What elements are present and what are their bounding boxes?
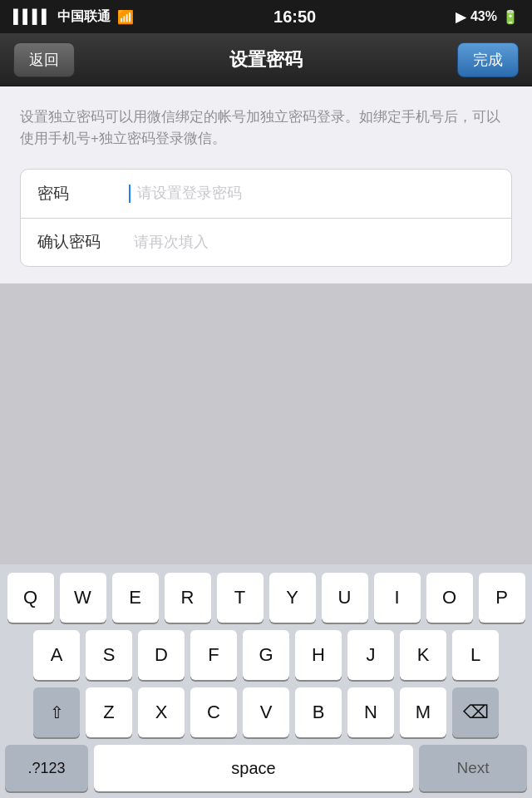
key-k[interactable]: K [400,630,446,680]
confirm-label: 确认密码 [37,231,129,253]
back-button[interactable]: 返回 [13,42,75,77]
key-o[interactable]: O [426,573,473,623]
key-p[interactable]: P [479,573,525,623]
key-v[interactable]: V [243,687,289,737]
key-h[interactable]: H [295,630,342,680]
status-left: ▌▌▌▌ 中国联通 📶 [13,8,134,26]
keyboard: Q W E R T Y U I O P A S D F G H J K L ⇧ [0,564,532,798]
password-input[interactable] [132,185,495,202]
key-123[interactable]: .?123 [5,745,88,791]
key-b[interactable]: B [295,687,342,737]
key-t[interactable]: T [217,573,264,623]
key-a[interactable]: A [33,630,80,680]
key-n[interactable]: N [347,687,394,737]
key-q[interactable]: Q [7,573,54,623]
key-s[interactable]: S [86,630,132,680]
key-l[interactable]: L [452,630,499,680]
keyboard-rows: Q W E R T Y U I O P A S D F G H J K L ⇧ [0,564,532,737]
delete-icon: ⌫ [463,702,489,723]
key-u[interactable]: U [322,573,368,623]
key-r[interactable]: R [165,573,211,623]
form-card: 密码 确认密码 [20,169,512,267]
keyboard-bottom-row: .?123 space Next [0,745,532,798]
description-text: 设置独立密码可以用微信绑定的帐号加独立密码登录。如绑定手机号后，可以使用手机号+… [20,106,512,150]
key-row-1: Q W E R T Y U I O P [5,573,527,623]
password-label: 密码 [37,183,129,204]
battery-icon: 🔋 [502,9,519,25]
wifi-icon: 📶 [117,9,134,25]
key-g[interactable]: G [243,630,289,680]
cursor [129,185,131,203]
status-right: ▶ 43% 🔋 [456,9,519,25]
nav-bar: 返回 设置密码 完成 [0,33,532,86]
signal-icon: ▌▌▌▌ [13,9,51,24]
key-y[interactable]: Y [269,573,316,623]
key-m[interactable]: M [400,687,446,737]
key-row-2: A S D F G H J K L [5,630,527,680]
key-x[interactable]: X [138,687,185,737]
password-row: 密码 [21,170,511,218]
page-title: 设置密码 [229,47,303,72]
shift-key[interactable]: ⇧ [33,687,80,737]
shift-icon: ⇧ [50,702,64,722]
key-j[interactable]: J [347,630,394,680]
location-icon: ▶ [456,9,466,25]
carrier-label: 中国联通 [57,8,111,26]
key-e[interactable]: E [112,573,159,623]
key-w[interactable]: W [60,573,106,623]
key-z[interactable]: Z [86,687,132,737]
next-key[interactable]: Next [419,745,527,791]
key-i[interactable]: I [374,573,421,623]
done-button[interactable]: 完成 [457,42,519,77]
key-c[interactable]: C [190,687,237,737]
confirm-input[interactable] [129,234,495,251]
confirm-row: 确认密码 [21,218,511,266]
space-key[interactable]: space [94,745,413,791]
status-time: 16:50 [273,7,316,27]
key-d[interactable]: D [138,630,185,680]
content-area: 设置独立密码可以用微信绑定的帐号加独立密码登录。如绑定手机号后，可以使用手机号+… [0,86,532,283]
key-f[interactable]: F [190,630,237,680]
key-row-3: ⇧ Z X C V B N M ⌫ [5,687,527,737]
battery-label: 43% [470,9,497,24]
delete-key[interactable]: ⌫ [452,687,499,737]
status-bar: ▌▌▌▌ 中国联通 📶 16:50 ▶ 43% 🔋 [0,0,532,33]
